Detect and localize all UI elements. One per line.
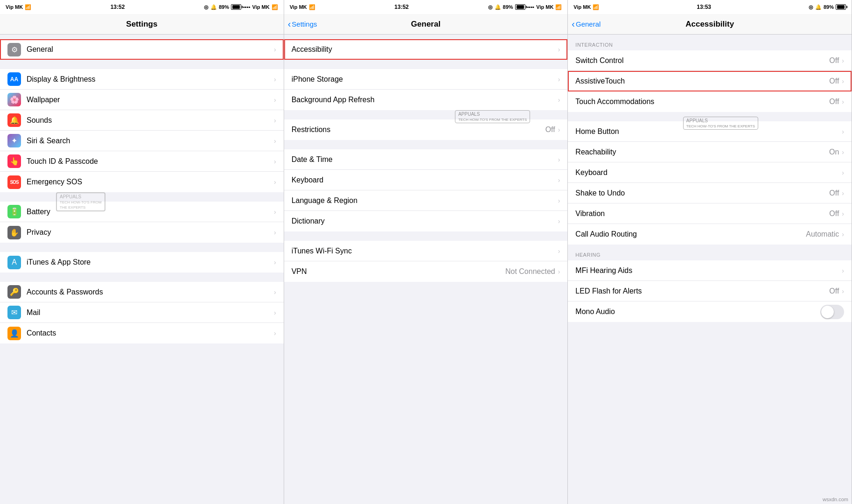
vpn-chevron: ›: [558, 268, 560, 275]
accessibility-item[interactable]: Accessibility ›: [284, 39, 568, 60]
wifi-icon-3: 📶: [593, 4, 599, 10]
call-audio-routing-chevron: ›: [842, 231, 844, 238]
general-chevron: ›: [274, 46, 276, 53]
battery-icon-2: [515, 4, 525, 10]
date-time-label: Date & Time: [292, 155, 558, 164]
battery-icon-menu: 🔋: [7, 205, 21, 218]
battery-pct-2: 89%: [503, 4, 513, 10]
call-audio-routing-value: Automatic: [806, 230, 839, 238]
back-to-settings[interactable]: ‹ Settings: [288, 20, 317, 28]
hearing-label: HEARING: [568, 245, 852, 260]
settings-general-item[interactable]: ⚙ General ›: [0, 39, 284, 60]
switch-control-value: Off: [829, 56, 839, 65]
sep3: [0, 243, 284, 252]
siri-search-label: Siri & Search: [27, 137, 274, 145]
sep-g3: [284, 140, 568, 149]
emergency-sos-label: Emergency SOS: [27, 178, 274, 186]
mono-audio-toggle[interactable]: [820, 305, 844, 319]
home-button-chevron: ›: [842, 128, 844, 135]
led-flash-item[interactable]: LED Flash for Alerts Off ›: [568, 281, 852, 301]
dictionary-chevron: ›: [558, 217, 560, 225]
vibration-item[interactable]: Vibration Off ›: [568, 203, 852, 224]
sounds-icon: 🔔: [7, 113, 21, 127]
back-label-2: General: [576, 20, 601, 28]
status-bar-2: Vip MK 📶 13:52 ◎ 🔔 89% ▪▪▪▪ Vip MK 📶: [284, 0, 568, 14]
settings-scroll[interactable]: ⚙ General › AA Display & Brightness › 🌸 …: [0, 35, 284, 504]
dictionary-item[interactable]: Dictionary ›: [284, 211, 568, 231]
emergency-sos-item[interactable]: SOS Emergency SOS ›: [0, 172, 284, 192]
itunes-wifi-sync-item[interactable]: iTunes Wi-Fi Sync ›: [284, 241, 568, 261]
call-audio-routing-item[interactable]: Call Audio Routing Automatic ›: [568, 224, 852, 245]
language-region-chevron: ›: [558, 197, 560, 204]
dictionary-label: Dictionary: [292, 217, 558, 225]
assistive-touch-item[interactable]: AssistiveTouch Off ›: [568, 71, 852, 91]
keyboard-general-item[interactable]: Keyboard ›: [284, 170, 568, 190]
reachability-item[interactable]: Reachability On ›: [568, 142, 852, 162]
wallpaper-item[interactable]: 🌸 Wallpaper ›: [0, 90, 284, 110]
background-refresh-label: Background App Refresh: [292, 96, 558, 104]
accessibility-panel: Vip MK 📶 13:53 ◎ 🔔 89% ‹ General Accessi…: [568, 0, 852, 504]
siri-search-item[interactable]: ✦ Siri & Search ›: [0, 131, 284, 151]
accessibility-label: Accessibility: [292, 45, 558, 54]
switch-control-chevron: ›: [842, 57, 844, 64]
battery-icon-3: [836, 4, 846, 10]
sounds-item[interactable]: 🔔 Sounds ›: [0, 110, 284, 131]
keyboard-acc-item[interactable]: Keyboard ›: [568, 162, 852, 183]
battery-label: Battery: [27, 208, 274, 216]
alarm-icon-3: 🔔: [815, 4, 822, 10]
touch-accommodations-item[interactable]: Touch Accommodations Off ›: [568, 91, 852, 112]
mono-audio-item[interactable]: Mono Audio: [568, 301, 852, 322]
nav-title-general: General: [411, 20, 440, 29]
contacts-icon: 👤: [7, 327, 21, 340]
background-refresh-item[interactable]: Background App Refresh ›: [284, 90, 568, 110]
time-3: 13:53: [697, 4, 711, 10]
battery-pct-1: 89%: [219, 4, 229, 10]
sep-g4: [284, 231, 568, 241]
time-2: 13:52: [394, 4, 409, 10]
battery-item[interactable]: 🔋 Battery ›: [0, 202, 284, 222]
display-brightness-item[interactable]: AA Display & Brightness ›: [0, 69, 284, 90]
back-chevron: ‹: [288, 19, 291, 28]
interaction-section: Switch Control Off › AssistiveTouch Off …: [568, 50, 852, 112]
vpn-item[interactable]: VPN Not Connected ›: [284, 261, 568, 282]
iphone-storage-item[interactable]: iPhone Storage ›: [284, 69, 568, 90]
time-1: 13:52: [111, 4, 125, 10]
wallpaper-label: Wallpaper: [27, 96, 274, 104]
nav-bar-settings: Settings: [0, 14, 284, 35]
restrictions-label: Restrictions: [292, 126, 545, 134]
language-region-label: Language & Region: [292, 196, 558, 205]
contacts-item[interactable]: 👤 Contacts ›: [0, 323, 284, 343]
status-bar-3: Vip MK 📶 13:53 ◎ 🔔 89%: [568, 0, 852, 14]
sep1: [0, 60, 284, 69]
status-right-3: ◎ 🔔 89%: [809, 4, 846, 10]
itunes-appstore-item[interactable]: A iTunes & App Store ›: [0, 252, 284, 273]
status-left-3: Vip MK 📶: [573, 4, 599, 10]
language-region-item[interactable]: Language & Region ›: [284, 190, 568, 211]
accessibility-scroll[interactable]: INTERACTION Switch Control Off › Assisti…: [568, 35, 852, 504]
settings-battery-section: 🔋 Battery › ✋ Privacy ›: [0, 202, 284, 243]
touch-id-item[interactable]: 👆 Touch ID & Passcode ›: [0, 151, 284, 172]
led-flash-chevron: ›: [842, 287, 844, 295]
date-time-item[interactable]: Date & Time ›: [284, 149, 568, 170]
shake-undo-item[interactable]: Shake to Undo Off ›: [568, 183, 852, 203]
keyboard-acc-label: Keyboard: [575, 168, 842, 177]
iphone-storage-chevron: ›: [558, 76, 560, 83]
call-audio-routing-label: Call Audio Routing: [575, 230, 806, 238]
switch-control-item[interactable]: Switch Control Off ›: [568, 50, 852, 71]
privacy-item[interactable]: ✋ Privacy ›: [0, 222, 284, 243]
general-datetime-section: Date & Time › Keyboard › Language & Regi…: [284, 149, 568, 231]
touch-id-icon: 👆: [7, 154, 21, 168]
mfi-hearing-aids-item[interactable]: MFi Hearing Aids ›: [568, 260, 852, 281]
accounts-passwords-item[interactable]: 🔑 Accounts & Passwords ›: [0, 282, 284, 302]
led-flash-value: Off: [829, 287, 839, 295]
siri-search-icon: ✦: [7, 134, 21, 147]
settings-panel: Vip MK 📶 13:52 ◎ 🔔 89% ▪▪▪▪ Vip MK 📶 Set…: [0, 0, 284, 504]
privacy-chevron: ›: [274, 229, 276, 236]
status-left-1: Vip MK 📶: [6, 4, 31, 10]
date-time-chevron: ›: [558, 156, 560, 163]
general-scroll[interactable]: Accessibility › iPhone Storage › Backgro…: [284, 35, 568, 504]
vibration-label: Vibration: [575, 210, 829, 218]
mail-item[interactable]: ✉ Mail ›: [0, 302, 284, 323]
general-accessibility-section: Accessibility ›: [284, 39, 568, 60]
back-to-general[interactable]: ‹ General: [572, 20, 601, 28]
